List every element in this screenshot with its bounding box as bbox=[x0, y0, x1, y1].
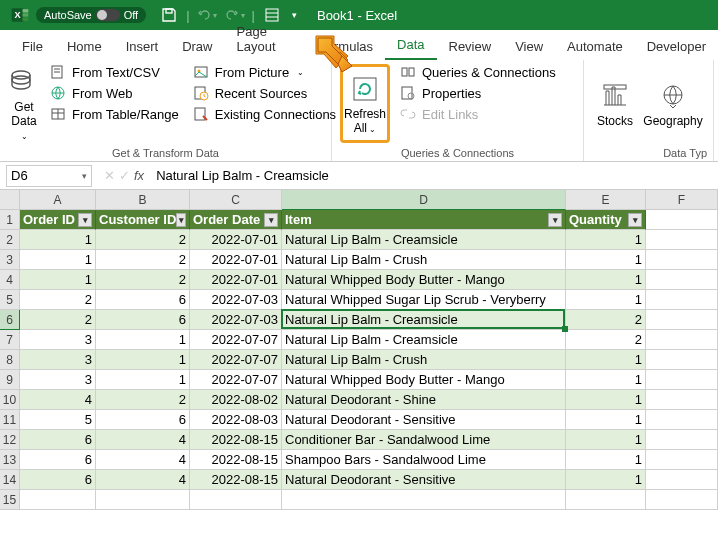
cell-C4[interactable]: 2022-07-01 bbox=[190, 270, 282, 290]
row-header-7[interactable]: 7 bbox=[0, 330, 20, 350]
from-table-range-button[interactable]: From Table/Range bbox=[46, 104, 183, 124]
cell-B7[interactable]: 1 bbox=[96, 330, 190, 350]
tab-automate[interactable]: Automate bbox=[555, 33, 635, 60]
cell-F12[interactable] bbox=[646, 430, 718, 450]
filter-dropdown-icon[interactable]: ▾ bbox=[264, 213, 278, 227]
table-header-item[interactable]: Item▾ bbox=[282, 210, 566, 230]
cell-F11[interactable] bbox=[646, 410, 718, 430]
tab-view[interactable]: View bbox=[503, 33, 555, 60]
data-area[interactable]: Order ID▾Customer ID▾Order Date▾Item▾Qua… bbox=[20, 210, 718, 510]
recent-sources-button[interactable]: Recent Sources bbox=[189, 83, 340, 103]
table-header-quantity[interactable]: Quantity▾ bbox=[566, 210, 646, 230]
cell-E15[interactable] bbox=[566, 490, 646, 510]
cell-D15[interactable] bbox=[282, 490, 566, 510]
filter-dropdown-icon[interactable]: ▾ bbox=[548, 213, 562, 227]
filter-dropdown-icon[interactable]: ▾ bbox=[176, 213, 186, 227]
geography-button[interactable]: Geography bbox=[640, 62, 706, 145]
cell-C9[interactable]: 2022-07-07 bbox=[190, 370, 282, 390]
cell-A10[interactable]: 4 bbox=[20, 390, 96, 410]
cell-F14[interactable] bbox=[646, 470, 718, 490]
cell-F4[interactable] bbox=[646, 270, 718, 290]
existing-connections-button[interactable]: Existing Connections bbox=[189, 104, 340, 124]
cell-E11[interactable]: 1 bbox=[566, 410, 646, 430]
filter-dropdown-icon[interactable]: ▾ bbox=[628, 213, 642, 227]
cell-B9[interactable]: 1 bbox=[96, 370, 190, 390]
cell-C15[interactable] bbox=[190, 490, 282, 510]
cell-B12[interactable]: 4 bbox=[96, 430, 190, 450]
autosave-toggle[interactable]: AutoSave Off bbox=[36, 7, 146, 23]
from-text-csv-button[interactable]: From Text/CSV bbox=[46, 62, 183, 82]
cell-A4[interactable]: 1 bbox=[20, 270, 96, 290]
tab-home[interactable]: Home bbox=[55, 33, 114, 60]
cell-B14[interactable]: 4 bbox=[96, 470, 190, 490]
cell-D10[interactable]: Natural Deodorant - Shine bbox=[282, 390, 566, 410]
tab-draw[interactable]: Draw bbox=[170, 33, 224, 60]
tab-formulas[interactable]: Formulas bbox=[307, 33, 385, 60]
cell-C2[interactable]: 2022-07-01 bbox=[190, 230, 282, 250]
row-header-2[interactable]: 2 bbox=[0, 230, 20, 250]
cell-D6[interactable]: Natural Lip Balm - Creamsicle bbox=[282, 310, 566, 330]
cell-E9[interactable]: 1 bbox=[566, 370, 646, 390]
cell-C7[interactable]: 2022-07-07 bbox=[190, 330, 282, 350]
cell-F10[interactable] bbox=[646, 390, 718, 410]
cell-C11[interactable]: 2022-08-03 bbox=[190, 410, 282, 430]
cell-F6[interactable] bbox=[646, 310, 718, 330]
cell-C6[interactable]: 2022-07-03 bbox=[190, 310, 282, 330]
from-web-button[interactable]: From Web bbox=[46, 83, 183, 103]
cell-E8[interactable]: 1 bbox=[566, 350, 646, 370]
cell-B3[interactable]: 2 bbox=[96, 250, 190, 270]
cell-C8[interactable]: 2022-07-07 bbox=[190, 350, 282, 370]
cell-D4[interactable]: Natural Whipped Body Butter - Mango bbox=[282, 270, 566, 290]
stocks-button[interactable]: Stocks bbox=[590, 62, 640, 145]
cell-E2[interactable]: 1 bbox=[566, 230, 646, 250]
row-header-10[interactable]: 10 bbox=[0, 390, 20, 410]
cell-E5[interactable]: 1 bbox=[566, 290, 646, 310]
cell-D2[interactable]: Natural Lip Balm - Creamsicle bbox=[282, 230, 566, 250]
cell-C12[interactable]: 2022-08-15 bbox=[190, 430, 282, 450]
cell-B10[interactable]: 2 bbox=[96, 390, 190, 410]
cell-C13[interactable]: 2022-08-15 bbox=[190, 450, 282, 470]
cell-C14[interactable]: 2022-08-15 bbox=[190, 470, 282, 490]
cell-E13[interactable]: 1 bbox=[566, 450, 646, 470]
col-header-C[interactable]: C bbox=[190, 190, 282, 210]
cell-A8[interactable]: 3 bbox=[20, 350, 96, 370]
row-header-12[interactable]: 12 bbox=[0, 430, 20, 450]
cell-A14[interactable]: 6 bbox=[20, 470, 96, 490]
accept-formula-icon[interactable]: ✓ bbox=[119, 168, 130, 183]
cell-A5[interactable]: 2 bbox=[20, 290, 96, 310]
col-header-D[interactable]: D bbox=[282, 190, 566, 210]
redo-button[interactable]: ▾ bbox=[222, 2, 248, 28]
cell-B11[interactable]: 6 bbox=[96, 410, 190, 430]
filter-dropdown-icon[interactable]: ▾ bbox=[78, 213, 92, 227]
cell-D11[interactable]: Natural Deodorant - Sensitive bbox=[282, 410, 566, 430]
row-header-1[interactable]: 1 bbox=[0, 210, 20, 230]
cell-B13[interactable]: 4 bbox=[96, 450, 190, 470]
properties-button[interactable]: Properties bbox=[396, 83, 577, 103]
cell-F7[interactable] bbox=[646, 330, 718, 350]
cell-D8[interactable]: Natural Lip Balm - Crush bbox=[282, 350, 566, 370]
cell-E6[interactable]: 2 bbox=[566, 310, 646, 330]
cell-B5[interactable]: 6 bbox=[96, 290, 190, 310]
cell-D5[interactable]: Natural Whipped Sugar Lip Scrub - Verybe… bbox=[282, 290, 566, 310]
cell-A7[interactable]: 3 bbox=[20, 330, 96, 350]
cell-F3[interactable] bbox=[646, 250, 718, 270]
col-header-A[interactable]: A bbox=[20, 190, 96, 210]
tab-data[interactable]: Data bbox=[385, 31, 436, 60]
worksheet-grid[interactable]: A B C D E F 123456789101112131415 Order … bbox=[0, 190, 718, 510]
tab-file[interactable]: File bbox=[10, 33, 55, 60]
cell-C5[interactable]: 2022-07-03 bbox=[190, 290, 282, 310]
cell-F2[interactable] bbox=[646, 230, 718, 250]
cell-A2[interactable]: 1 bbox=[20, 230, 96, 250]
row-header-15[interactable]: 15 bbox=[0, 490, 20, 510]
cell-D9[interactable]: Natural Whipped Body Butter - Mango bbox=[282, 370, 566, 390]
row-header-13[interactable]: 13 bbox=[0, 450, 20, 470]
table-header-order-id[interactable]: Order ID▾ bbox=[20, 210, 96, 230]
refresh-all-button[interactable]: Refresh All ⌄ bbox=[340, 64, 390, 143]
cell-A3[interactable]: 1 bbox=[20, 250, 96, 270]
name-box[interactable]: D6 ▾ bbox=[6, 165, 92, 187]
cell-D7[interactable]: Natural Lip Balm - Creamsicle bbox=[282, 330, 566, 350]
cancel-formula-icon[interactable]: ✕ bbox=[104, 168, 115, 183]
cell-A15[interactable] bbox=[20, 490, 96, 510]
row-header-11[interactable]: 11 bbox=[0, 410, 20, 430]
undo-button[interactable]: ▾ bbox=[194, 2, 220, 28]
